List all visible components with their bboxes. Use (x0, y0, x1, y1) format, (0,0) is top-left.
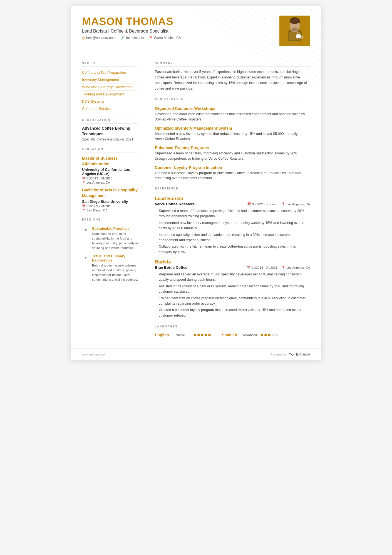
bullet-item: Supervised a team of 8 baristas, improvi… (155, 208, 310, 220)
job-date-loc: 📅 05/2021 - Present 📍 Los Angeles, CA (247, 202, 310, 206)
job-bullets: Prepared and served an average of 300 sp… (155, 271, 310, 319)
skills-list: Coffee and Tea PreparationInventory Mana… (82, 69, 138, 112)
language-item: English Native (155, 333, 211, 337)
cert-name: Advanced Coffee Brewing Techniques (82, 126, 138, 137)
calendar-icon: 📅 (82, 177, 85, 180)
location-icon: 📍 (82, 209, 85, 212)
passion-desc: Committed to promoting sustainability in… (92, 231, 138, 251)
job-title: Lead Barista (155, 196, 310, 201)
job-dates: 📅 01/2018 - 04/2021 (247, 266, 277, 270)
experience-list: Lead Barista Verve Coffee Roasters 📅 05/… (155, 196, 310, 319)
bullet-item: Implemented new inventory management sys… (155, 220, 310, 232)
achievement-title: Organized Customer Workshops (155, 106, 310, 111)
skill-item: Coffee and Tea Preparation (82, 69, 138, 76)
enhancv-icon (288, 352, 294, 356)
achievement-title: Optimized Inventory Management System (155, 126, 310, 130)
job-dates: 📅 05/2021 - Present (247, 202, 277, 206)
language-dot (261, 334, 263, 336)
languages-list: English Native Spanish Advanced (155, 333, 310, 337)
language-dot (201, 334, 204, 336)
education-section-title: EDUCATION (82, 147, 138, 152)
job-location: 📍 Los Angeles, CA (281, 266, 310, 270)
passion-content: Travel and Culinary Exploration Enjoy di… (92, 254, 138, 282)
calendar-icon: 📅 (247, 266, 250, 270)
language-level: Advanced (243, 333, 258, 337)
resume-footer: www.enhancv.com Powered by Enhancv (71, 348, 321, 360)
language-dot (197, 334, 200, 336)
email-contact: @ help@enhancv.com (82, 36, 116, 40)
experience-section-title: EXPERIENCE (155, 187, 310, 192)
bullet-item: Collaborated with the kitchen team to cr… (155, 243, 310, 255)
location-icon: 📍 (82, 181, 85, 184)
passion-icon: ★ (82, 226, 89, 234)
skills-section-title: SKILLS (82, 62, 138, 67)
candidate-title: Lead Barista | Coffee & Beverage Special… (82, 29, 279, 34)
experience-item: Barista Blue Bottle Coffee 📅 01/2018 - 0… (155, 259, 310, 319)
passions-section-title: PASSIONS (82, 218, 138, 223)
candidate-name: MASON THOMAS (82, 16, 279, 28)
achievement-desc: Developed and conducted customer worksho… (155, 112, 310, 122)
language-name: Spanish (222, 333, 240, 337)
skill-item: Training and Development (82, 91, 138, 98)
language-dot (275, 334, 278, 336)
passion-content: Sustainable Practices Committed to promo… (92, 226, 138, 251)
achievement-item: Optimized Inventory Management System Im… (155, 126, 310, 142)
achievement-title: Enhanced Training Programs (155, 145, 310, 150)
bullet-item: Created a customer loyalty program that … (155, 307, 310, 319)
achievement-item: Organized Customer Workshops Developed a… (155, 106, 310, 122)
language-dot (208, 334, 211, 336)
language-dot (194, 334, 196, 336)
passion-title: Sustainable Practices (92, 226, 138, 231)
passion-title: Travel and Culinary Exploration (92, 254, 138, 262)
svg-point-25 (296, 34, 301, 36)
right-column: SUMMARY Passionate barista with over 5 y… (146, 53, 321, 348)
achievements-list: Organized Customer Workshops Developed a… (155, 106, 310, 181)
pin-icon: 📍 (281, 266, 285, 270)
calendar-icon: 📅 (82, 204, 85, 208)
enhancv-brand: Enhancv (296, 352, 310, 356)
education-item: Bachelor of Arts in Hospitality Manageme… (82, 188, 138, 212)
edu-dates: 📅 01/2009 - 01/2013 (82, 204, 138, 208)
achievement-desc: Supervised a team of baristas, improving… (155, 151, 310, 161)
language-name: English (155, 333, 173, 337)
bullet-item: Trained new staff on coffee preparation … (155, 295, 310, 307)
achievement-item: Customer Loyalty Program Initiation Crea… (155, 165, 310, 181)
education-item: Master of Business Administration Univer… (82, 156, 138, 184)
footer-url: www.enhancv.com (82, 353, 107, 356)
languages-section-title: LANGUAGES (155, 325, 310, 330)
edu-location: 📍 San Diego, CA (82, 209, 138, 212)
cert-org: Specialty Coffee Association, 2021 (82, 137, 138, 141)
skill-item: Customer Service (82, 105, 138, 112)
job-meta-row: Blue Bottle Coffee 📅 01/2018 - 04/2021 📍… (155, 265, 310, 270)
contact-info: @ help@enhancv.com 🔗 linkedin.com 📍 Sant… (82, 36, 279, 40)
edu-location: 📍 Los Angeles, CA (82, 181, 138, 184)
resume-header: MASON THOMAS Lead Barista | Coffee & Bev… (71, 6, 321, 53)
resume-container: MASON THOMAS Lead Barista | Coffee & Bev… (71, 6, 321, 360)
job-date-loc: 📅 01/2018 - 04/2021 📍 Los Angeles, CA (247, 266, 310, 270)
job-company: Verve Coffee Roasters (155, 202, 195, 206)
location-contact: 📍 Santa Monica, CA (149, 36, 181, 40)
bullet-item: Introduced specialty coffee and tea work… (155, 232, 310, 244)
skill-item: Inventory Management (82, 76, 138, 83)
passion-icon: ♦ (82, 254, 89, 261)
skill-item: Wine and Beverage Knowledge (82, 83, 138, 91)
skill-item: POS Systems (82, 98, 138, 105)
calendar-icon: 📅 (247, 202, 251, 206)
passions-list: ★ Sustainable Practices Committed to pro… (82, 226, 138, 282)
left-column: SKILLS Coffee and Tea PreparationInvento… (71, 53, 146, 348)
footer-powered-by: Powered by Enhancv (271, 352, 310, 356)
achievement-title: Customer Loyalty Program Initiation (155, 165, 310, 170)
language-dot (205, 334, 207, 336)
header-left: MASON THOMAS Lead Barista | Coffee & Bev… (82, 16, 279, 40)
language-item: Spanish Advanced (222, 333, 278, 337)
location-icon: 📍 (149, 36, 153, 40)
pin-icon: 📍 (281, 202, 285, 206)
edu-dates: 📅 01/2013 - 01/2015 (82, 177, 138, 180)
passion-desc: Enjoy discovering new cuisines and local… (92, 263, 138, 282)
candidate-photo (279, 16, 310, 46)
linkedin-icon: 🔗 (121, 36, 125, 40)
photo-placeholder (279, 16, 310, 46)
bullet-item: Prepared and served an average of 300 sp… (155, 271, 310, 283)
language-dot (268, 334, 271, 336)
edu-school: San Diego State University (82, 199, 138, 204)
